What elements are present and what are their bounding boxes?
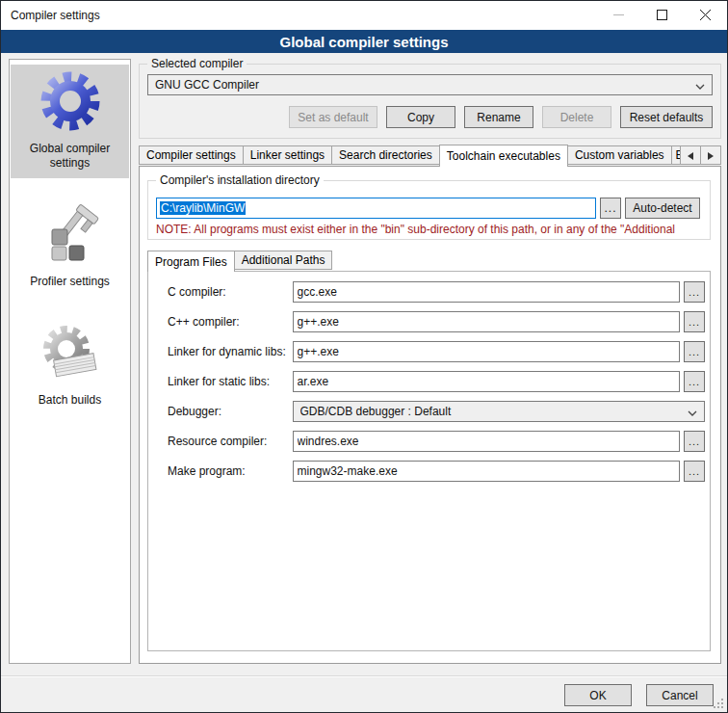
tab-linker-settings[interactable]: Linker settings — [243, 145, 332, 165]
close-button[interactable] — [684, 1, 727, 30]
program-files-tabs: Program Files Additional Paths — [147, 251, 331, 272]
resize-grip[interactable] — [721, 706, 723, 708]
install-dir-browse-button[interactable]: ... — [600, 198, 621, 219]
c-compiler-label: C compiler: — [168, 285, 293, 299]
static-linker-input[interactable] — [293, 371, 681, 392]
delete-button[interactable]: Delete — [542, 106, 611, 128]
install-dir-legend: Compiler's installation directory — [156, 173, 324, 187]
static-linker-browse-button[interactable]: ... — [684, 371, 705, 392]
cancel-button[interactable]: Cancel — [646, 684, 714, 706]
sidebar-item-label: Batch builds — [39, 393, 101, 408]
compiler-settings-dialog: Compiler settings Global compiler settin… — [0, 0, 728, 713]
dynamic-linker-input[interactable] — [293, 341, 681, 362]
resource-compiler-input[interactable] — [293, 431, 681, 452]
make-program-browse-button[interactable]: ... — [684, 461, 705, 482]
window-title: Compiler settings — [1, 9, 597, 22]
selected-compiler-group: Selected compiler GNU GCC Compiler Set a… — [139, 64, 721, 139]
tab-search-directories[interactable]: Search directories — [331, 145, 440, 165]
minimize-icon — [613, 7, 624, 24]
bin-directory-note: NOTE: All programs must exist either in … — [156, 223, 709, 236]
sidebar-item-label: Profiler settings — [30, 275, 110, 289]
c-compiler-input[interactable] — [293, 281, 681, 303]
blue-gear-icon — [39, 70, 101, 136]
dialog-header-title: Global compiler settings — [279, 34, 448, 50]
selected-compiler-legend: Selected compiler — [147, 57, 247, 70]
chevron-down-icon — [688, 403, 697, 420]
sidebar-item-batch-builds[interactable]: Batch builds — [11, 316, 129, 415]
copy-button[interactable]: Copy — [386, 106, 455, 128]
cpp-compiler-input[interactable] — [293, 311, 681, 332]
field-row-cpp-compiler: C++ compiler: ... — [168, 311, 705, 332]
dynamic-linker-label: Linker for dynamic libs: — [168, 345, 293, 358]
debugger-select[interactable]: GDB/CDB debugger : Default — [293, 401, 705, 422]
tab-scroll-left-button[interactable] — [680, 145, 701, 165]
caliper-blocks-icon — [39, 203, 101, 269]
make-program-label: Make program: — [168, 464, 293, 478]
cpp-compiler-browse-button[interactable]: ... — [684, 311, 705, 332]
install-dir-input[interactable]: C:\raylib\MinGW — [156, 198, 596, 219]
field-row-resource-compiler: Resource compiler: ... — [168, 431, 705, 452]
sidebar-item-profiler-settings[interactable]: Profiler settings — [11, 198, 129, 297]
install-dir-selected-text: C:\raylib\MinGW — [160, 201, 246, 215]
gray-gear-stack-icon — [39, 322, 101, 387]
arrow-left-icon — [688, 146, 693, 164]
tab-custom-variables[interactable]: Custom variables — [567, 145, 672, 165]
arrow-right-icon — [708, 146, 714, 164]
dialog-footer: OK Cancel — [1, 675, 727, 712]
set-as-default-button[interactable]: Set as default — [289, 106, 377, 128]
resource-compiler-browse-button[interactable]: ... — [684, 431, 705, 452]
toolchain-executables-panel: Compiler's installation directory C:\ray… — [139, 166, 721, 664]
field-row-c-compiler: C compiler: ... — [168, 281, 705, 303]
install-dir-group: Compiler's installation directory C:\ray… — [147, 180, 711, 240]
tab-scroll-buttons — [681, 145, 721, 165]
dialog-header: Global compiler settings — [1, 30, 727, 53]
maximize-icon — [657, 7, 667, 24]
field-row-dynamic-linker: Linker for dynamic libs: ... — [168, 341, 705, 362]
tab-compiler-settings[interactable]: Compiler settings — [139, 145, 244, 165]
field-row-make-program: Make program: ... — [168, 461, 705, 482]
sidebar-item-label: Global compiler settings — [13, 142, 127, 171]
c-compiler-browse-button[interactable]: ... — [684, 281, 705, 303]
field-row-debugger: Debugger: GDB/CDB debugger : Default — [168, 401, 705, 422]
sidebar-item-global-compiler-settings[interactable]: Global compiler settings — [11, 65, 129, 178]
cpp-compiler-label: C++ compiler: — [168, 315, 293, 329]
auto-detect-button[interactable]: Auto-detect — [625, 198, 700, 219]
tab-scroll-right-button[interactable] — [700, 145, 721, 165]
make-program-input[interactable] — [293, 461, 681, 482]
static-linker-label: Linker for static libs: — [168, 375, 293, 388]
compiler-select[interactable]: GNU GCC Compiler — [147, 74, 713, 95]
chevron-down-icon — [695, 76, 705, 93]
minimize-button[interactable] — [597, 1, 640, 30]
debugger-select-value: GDB/CDB debugger : Default — [300, 405, 688, 418]
maximize-button[interactable] — [640, 1, 684, 30]
ok-button[interactable]: OK — [564, 684, 632, 706]
close-icon — [700, 7, 711, 24]
program-files-page: C compiler: ... C++ compiler: ... Linker… — [147, 271, 711, 651]
debugger-label: Debugger: — [168, 405, 293, 418]
title-bar: Compiler settings — [1, 1, 727, 30]
compiler-select-value: GNU GCC Compiler — [155, 78, 695, 92]
dynamic-linker-browse-button[interactable]: ... — [684, 341, 705, 362]
resource-compiler-label: Resource compiler: — [168, 435, 293, 448]
tab-additional-paths[interactable]: Additional Paths — [234, 251, 333, 270]
reset-defaults-button[interactable]: Reset defaults — [620, 106, 713, 128]
tab-program-files[interactable]: Program Files — [147, 251, 235, 272]
rename-button[interactable]: Rename — [464, 106, 533, 128]
settings-category-list: Global compiler settings Profiler settin… — [9, 59, 131, 664]
compiler-tabs: Compiler settings Linker settings Search… — [139, 145, 721, 167]
tab-toolchain-executables[interactable]: Toolchain executables — [439, 145, 568, 167]
field-row-static-linker: Linker for static libs: ... — [168, 371, 705, 392]
